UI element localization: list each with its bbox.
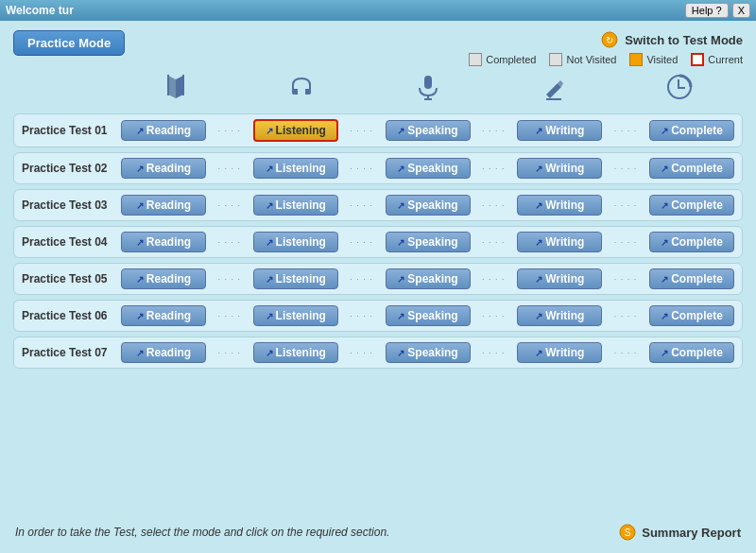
section-button-speaking[interactable]: ↗Speaking [386,158,471,179]
btn-arrow-icon: ↗ [661,237,668,248]
section-dots: · · · · [471,126,518,135]
section-button-reading[interactable]: ↗Reading [121,268,206,289]
section-label: Listening [276,346,326,359]
section-button-speaking[interactable]: ↗Speaking [386,305,471,326]
section-label: Speaking [407,272,457,285]
btn-arrow-icon: ↗ [136,348,144,358]
section-button-speaking[interactable]: ↗Speaking [386,195,471,216]
section-button-complete[interactable]: ↗Complete [649,305,734,326]
section-label: Reading [146,272,191,285]
legend-current-label: Current [708,54,743,65]
section-label: Complete [671,235,723,249]
legend-not-visited-box [549,53,562,66]
section-dots: · · · · [338,311,386,320]
section-label: Writing [545,199,584,212]
section-label: Speaking [407,162,457,175]
section-dots: · · · · [602,164,649,173]
legend-not-visited-label: Not Visited [566,54,616,65]
btn-arrow-icon: ↗ [661,348,668,358]
section-button-reading[interactable]: ↗Reading [121,305,206,326]
section-label: Reading [146,124,191,137]
section-button-reading[interactable]: ↗Reading [121,195,206,216]
section-label: Reading [146,309,191,322]
section-button-speaking[interactable]: ↗Speaking [386,342,471,363]
section-button-complete[interactable]: ↗Complete [649,268,734,289]
section-dots: · · · · [471,348,518,357]
section-button-speaking[interactable]: ↗Speaking [386,232,471,252]
section-button-writing[interactable]: ↗Writing [517,120,602,141]
section-button-listening[interactable]: ↗Listening [253,268,338,289]
section-label: Listening [276,235,326,249]
btn-arrow-icon: ↗ [266,274,273,285]
summary-report-button[interactable]: S Summary Report [618,523,741,542]
section-label: Reading [146,199,191,212]
section-button-writing[interactable]: ↗Writing [517,195,602,216]
section-button-reading[interactable]: ↗Reading [121,232,206,252]
section-dots: · · · · [338,237,386,247]
section-label: Writing [545,124,584,137]
section-label: Complete [671,124,723,137]
btn-arrow-icon: ↗ [397,200,404,211]
section-dots: · · · · [206,200,253,210]
section-dots: · · · · [338,164,386,173]
svg-text:S: S [625,527,631,538]
legend-current-box [691,53,704,66]
close-button[interactable]: X [732,3,750,18]
test-label: Practice Test 04 [22,235,121,249]
help-button[interactable]: Help ? [685,3,729,18]
bottom-hint: In order to take the Test, select the mo… [15,526,389,539]
section-button-complete[interactable]: ↗Complete [649,158,734,179]
btn-arrow-icon: ↗ [136,164,144,174]
section-button-reading[interactable]: ↗Reading [121,158,206,179]
switch-test-mode-button[interactable]: ↻ Switch to Test Mode [600,30,743,49]
section-button-writing[interactable]: ↗Writing [517,305,602,326]
section-button-listening[interactable]: ↗Listening [253,119,338,142]
bottom-bar: In order to take the Test, select the mo… [13,519,743,544]
test-row: Practice Test 05↗Reading· · · ·↗Listenin… [13,263,743,295]
section-label: Speaking [407,235,457,249]
section-button-writing[interactable]: ↗Writing [517,232,602,252]
section-button-complete[interactable]: ↗Complete [649,195,734,216]
section-button-complete[interactable]: ↗Complete [649,232,734,252]
section-button-reading[interactable]: ↗Reading [121,342,206,363]
test-row: Practice Test 03↗Reading· · · ·↗Listenin… [13,189,743,221]
btn-arrow-icon: ↗ [266,164,273,174]
section-button-listening[interactable]: ↗Listening [253,195,338,216]
section-button-complete[interactable]: ↗Complete [649,342,734,363]
section-label: Listening [276,272,326,285]
writing-icon [490,72,616,108]
section-button-writing[interactable]: ↗Writing [517,158,602,179]
svg-rect-4 [292,89,296,95]
legend: Completed Not Visited Visited Current [469,53,743,66]
btn-arrow-icon: ↗ [136,311,144,321]
section-button-complete[interactable]: ↗Complete [649,120,734,141]
section-label: Listening [276,124,326,137]
section-label: Listening [276,199,326,212]
btn-arrow-icon: ↗ [397,237,404,248]
title-bar: Welcome tur Help ? X [0,0,756,21]
section-button-listening[interactable]: ↗Listening [253,158,338,179]
btn-arrow-icon: ↗ [535,237,542,248]
section-button-listening[interactable]: ↗Listening [253,342,338,363]
section-dots: · · · · [602,126,649,135]
reading-icon [112,72,238,108]
section-dots: · · · · [338,348,386,357]
section-button-listening[interactable]: ↗Listening [253,232,338,252]
legend-completed-box [469,53,482,66]
section-label: Complete [671,346,723,359]
btn-arrow-icon: ↗ [266,126,273,136]
section-button-speaking[interactable]: ↗Speaking [386,120,471,141]
section-button-writing[interactable]: ↗Writing [517,268,602,289]
title-bar-text: Welcome tur [6,4,74,17]
summary-report-icon: S [618,523,637,542]
btn-arrow-icon: ↗ [397,311,404,321]
btn-arrow-icon: ↗ [535,348,542,358]
legend-completed: Completed [469,53,536,66]
title-bar-buttons: Help ? X [685,3,750,18]
section-dots: · · · · [206,164,253,173]
section-button-writing[interactable]: ↗Writing [517,342,602,363]
section-label: Reading [146,162,191,175]
section-button-speaking[interactable]: ↗Speaking [386,268,471,289]
section-button-listening[interactable]: ↗Listening [253,305,338,326]
section-button-reading[interactable]: ↗Reading [121,120,206,141]
